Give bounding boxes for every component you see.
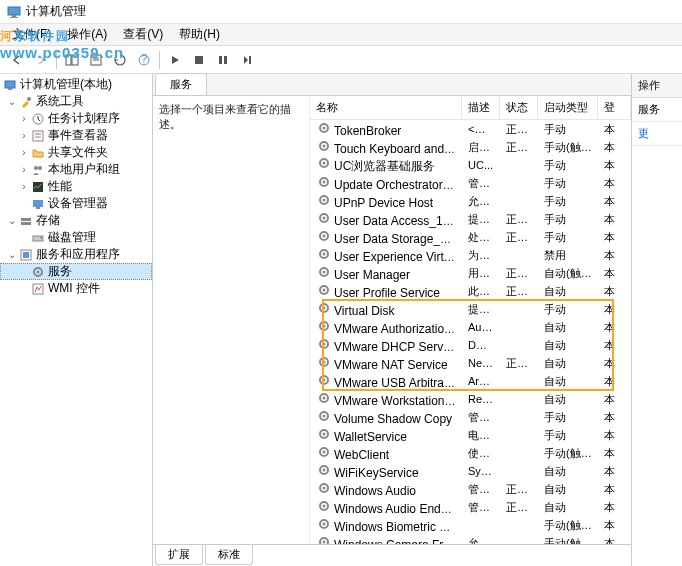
tab-extended[interactable]: 扩展: [155, 545, 203, 565]
tree-label: 任务计划程序: [48, 110, 120, 127]
col-startup[interactable]: 启动类型: [538, 96, 598, 119]
service-row[interactable]: VMware Authorization Se...Auth...自动本: [310, 318, 631, 336]
tree-diskmgmt[interactable]: 磁盘管理: [0, 229, 152, 246]
tree-scheduler[interactable]: › 任务计划程序: [0, 110, 152, 127]
service-row[interactable]: WalletService电子...手动本: [310, 426, 631, 444]
service-row[interactable]: VMware DHCP ServiceDHC...自动本: [310, 336, 631, 354]
tree-panel[interactable]: 计算机管理(本地) ⌄ 系统工具 › 任务计划程序 › 事件查看器 › 共享文件…: [0, 74, 153, 566]
collapse-icon[interactable]: ⌄: [6, 249, 18, 260]
actions-more[interactable]: 更: [632, 122, 682, 146]
pause-button[interactable]: [212, 49, 234, 71]
tree-wmi[interactable]: WMI 控件: [0, 280, 152, 297]
expand-icon[interactable]: ›: [18, 164, 30, 175]
service-row[interactable]: VMware USB Arbitration ...Arbit...自动本: [310, 372, 631, 390]
tree-eventviewer[interactable]: › 事件查看器: [0, 127, 152, 144]
menu-view[interactable]: 查看(V): [115, 24, 171, 45]
back-button[interactable]: [6, 49, 28, 71]
stop-button[interactable]: [188, 49, 210, 71]
menu-help[interactable]: 帮助(H): [171, 24, 228, 45]
col-status[interactable]: 状态: [500, 96, 538, 119]
service-row[interactable]: Windows Audio管理...正在...自动本: [310, 480, 631, 498]
tree-services[interactable]: 服务: [0, 263, 152, 280]
svg-rect-25: [36, 207, 40, 209]
svg-rect-12: [224, 56, 227, 64]
expand-icon[interactable]: ›: [18, 113, 30, 124]
col-name[interactable]: 名称: [310, 96, 462, 119]
svg-point-42: [323, 181, 326, 184]
play-button[interactable]: [164, 49, 186, 71]
service-name: VMware Authorization Se...: [334, 322, 462, 336]
service-row[interactable]: Virtual Disk提供...手动本: [310, 300, 631, 318]
computer-icon: [2, 77, 18, 93]
refresh-button[interactable]: [109, 49, 131, 71]
service-row[interactable]: WiFiKeyServiceSyst...自动本: [310, 462, 631, 480]
service-status: 正在...: [500, 229, 538, 246]
help-button[interactable]: ?: [133, 49, 155, 71]
tree-performance[interactable]: › 性能: [0, 178, 152, 195]
restart-button[interactable]: [236, 49, 258, 71]
actions-item[interactable]: 服务: [632, 98, 682, 122]
gear-icon: [316, 354, 332, 370]
service-row[interactable]: User Manager用户...正在...自动(触发...本: [310, 264, 631, 282]
expand-icon[interactable]: ›: [18, 130, 30, 141]
tree-sharedfolders[interactable]: › 共享文件夹: [0, 144, 152, 161]
service-startup: 禁用: [538, 247, 598, 264]
tab-services[interactable]: 服务: [155, 73, 207, 95]
center-content: 选择一个项目来查看它的描述。 名称 描述 状态 启动类型 登 TokenBrok…: [153, 96, 631, 544]
center-top-tabs: 服务: [153, 74, 631, 96]
tree-localusers[interactable]: › 本地用户和组: [0, 161, 152, 178]
service-row[interactable]: VMware NAT ServiceNet...正在...自动本: [310, 354, 631, 372]
properties-button[interactable]: [85, 49, 107, 71]
tree-root[interactable]: 计算机管理(本地): [0, 76, 152, 93]
collapse-icon[interactable]: ⌄: [6, 96, 18, 107]
service-desc: 提供...: [462, 301, 500, 318]
service-row[interactable]: User Data Access_14caea5提供...正在...手动本: [310, 210, 631, 228]
svg-text:?: ?: [141, 53, 148, 66]
service-row[interactable]: Volume Shadow Copy管理...手动本: [310, 408, 631, 426]
service-row[interactable]: Windows Audio Endpoint...管理...正在...自动本: [310, 498, 631, 516]
toolbar-separator: [56, 51, 57, 69]
service-row[interactable]: VMware Workstation Ser...Rem...自动本: [310, 390, 631, 408]
services-list[interactable]: 名称 描述 状态 启动类型 登 TokenBroker<读...正在...手动本…: [310, 96, 631, 544]
service-row[interactable]: UPnP Device Host允许...手动本: [310, 192, 631, 210]
service-row[interactable]: User Profile Service此服...正在...自动本: [310, 282, 631, 300]
svg-rect-10: [195, 56, 203, 64]
svg-point-21: [34, 166, 38, 170]
col-logon[interactable]: 登: [598, 96, 631, 119]
storage-icon: [18, 213, 34, 229]
col-desc[interactable]: 描述: [462, 96, 500, 119]
gear-icon: [316, 480, 332, 496]
service-row[interactable]: Update Orchestrator Ser...管理...手动本: [310, 174, 631, 192]
service-row[interactable]: WebClient使基...手动(触发...本: [310, 444, 631, 462]
expand-icon[interactable]: ›: [18, 181, 30, 192]
service-logon: 本: [598, 157, 631, 174]
svg-rect-23: [33, 182, 43, 192]
svg-point-54: [323, 289, 326, 292]
expand-icon[interactable]: ›: [18, 147, 30, 158]
list-header: 名称 描述 状态 启动类型 登: [310, 96, 631, 120]
service-row[interactable]: Windows Camera Frame ...允许...手动(触发...本: [310, 534, 631, 544]
service-row[interactable]: UC浏览器基础服务UC...手动本: [310, 156, 631, 174]
show-hide-button[interactable]: [61, 49, 83, 71]
center-panel: 服务 选择一个项目来查看它的描述。 名称 描述 状态 启动类型 登 TokenB…: [153, 74, 632, 566]
tree-systools[interactable]: ⌄ 系统工具: [0, 93, 152, 110]
service-startup: 手动: [538, 409, 598, 426]
tab-standard[interactable]: 标准: [205, 545, 253, 565]
service-name: User Profile Service: [334, 286, 440, 300]
service-status: [500, 524, 538, 526]
gear-icon: [316, 462, 332, 478]
menu-file[interactable]: 文件(F): [4, 24, 59, 45]
service-row[interactable]: TokenBroker<读...正在...手动本: [310, 120, 631, 138]
service-row[interactable]: User Experience Virtualiz...为应...禁用本: [310, 246, 631, 264]
tree-devicemgr[interactable]: 设备管理器: [0, 195, 152, 212]
menu-action[interactable]: 操作(A): [59, 24, 115, 45]
forward-button[interactable]: [30, 49, 52, 71]
tree-storage[interactable]: ⌄ 存储: [0, 212, 152, 229]
tree-services-apps[interactable]: ⌄ 服务和应用程序: [0, 246, 152, 263]
tree-label: 磁盘管理: [48, 229, 96, 246]
service-row[interactable]: User Data Storage_14cae...处理...正在...手动本: [310, 228, 631, 246]
collapse-icon[interactable]: ⌄: [6, 215, 18, 226]
perf-icon: [30, 179, 46, 195]
service-row[interactable]: Windows Biometric Servi...手动(触发...本: [310, 516, 631, 534]
service-status: [500, 452, 538, 454]
